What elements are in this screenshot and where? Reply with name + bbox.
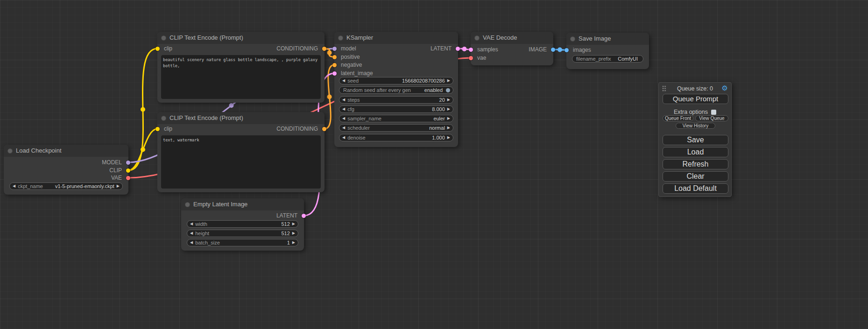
queue-menu-panel[interactable]: Queue size: 0 ⚙ Queue Prompt Extra optio… [658, 82, 732, 197]
widget-sampler-name[interactable]: ◀ sampler_name euler ▶ [339, 115, 453, 122]
collapse-dot-icon[interactable] [185, 203, 190, 207]
output-dot-latent[interactable] [302, 214, 306, 218]
decrement-arrow-icon[interactable]: ◀ [342, 107, 345, 111]
link-midpoint-dot-ksampler-latent-to-vae-decode[interactable] [462, 47, 467, 51]
collapse-dot-icon[interactable] [162, 116, 166, 120]
queue-prompt-button[interactable]: Queue Prompt [663, 94, 728, 104]
widget-seed[interactable]: ◀ seed 156680208700286 ▶ [339, 77, 453, 84]
widget-label: height [195, 231, 209, 236]
input-dot-clip[interactable] [155, 127, 160, 131]
node-title-bar[interactable]: CLIP Text Encode (Prompt) [157, 32, 325, 44]
link-clip-to-positive-prompt[interactable] [128, 49, 157, 170]
widget-steps[interactable]: ◀ steps 20 ▶ [339, 96, 453, 104]
output-dot-conditioning[interactable] [322, 47, 326, 51]
increment-arrow-icon[interactable]: ▶ [447, 136, 450, 140]
link-midpoint-dot-image-to-save-image[interactable] [557, 48, 562, 52]
queue-front-button[interactable]: Queue Front [663, 115, 693, 121]
widget-batch-size[interactable]: ◀ batch_size 1 ▶ [187, 239, 298, 246]
collapse-dot-icon[interactable] [571, 37, 575, 41]
load-button[interactable]: Load [663, 147, 728, 157]
graph-canvas[interactable]: Load Checkpoint MODEL CLIP VAE ◀ ckpt_na… [0, 0, 868, 329]
input-dot-clip[interactable] [155, 47, 160, 51]
link-midpoint-dot-negative-conditioning-to-ksampler[interactable] [327, 95, 332, 99]
decrement-arrow-icon[interactable]: ◀ [190, 241, 193, 245]
node-title-bar[interactable]: KSampler [334, 32, 458, 44]
collapse-dot-icon[interactable] [8, 149, 12, 153]
increment-arrow-icon[interactable]: ▶ [447, 107, 450, 111]
output-dot-vae[interactable] [126, 176, 130, 180]
link-midpoint-dot-clip-to-positive-prompt[interactable] [141, 107, 145, 112]
node-title-bar[interactable]: Empty Latent Image [181, 198, 304, 210]
toggle-icon[interactable] [446, 88, 450, 92]
widget-width[interactable]: ◀ width 512 ▶ [187, 220, 298, 228]
node-title-bar[interactable]: VAE Decode [471, 32, 553, 44]
refresh-button[interactable]: Refresh [663, 159, 728, 169]
prev-arrow-icon[interactable]: ◀ [13, 184, 15, 188]
view-queue-button[interactable]: View Queue [695, 115, 728, 121]
node-title-bar[interactable]: Load Checkpoint [4, 145, 128, 157]
node-title-bar[interactable]: CLIP Text Encode (Prompt) [157, 112, 325, 124]
node-ksampler[interactable]: KSampler model positive negative latent_… [334, 32, 458, 147]
extra-options-checkbox[interactable] [711, 110, 716, 115]
widget-height[interactable]: ◀ height 512 ▶ [187, 230, 298, 237]
collapse-dot-icon[interactable] [339, 36, 343, 40]
output-dot-conditioning[interactable] [322, 127, 326, 131]
input-dot-vae[interactable] [469, 56, 473, 60]
next-arrow-icon[interactable]: ▶ [117, 184, 120, 188]
next-arrow-icon[interactable]: ▶ [447, 117, 450, 120]
increment-arrow-icon[interactable]: ▶ [292, 241, 295, 245]
node-title: Empty Latent Image [193, 201, 247, 208]
decrement-arrow-icon[interactable]: ◀ [342, 79, 345, 83]
input-dot-images[interactable] [565, 48, 569, 52]
queue-size-label: Queue size: 0 [659, 85, 731, 92]
widget-value: ComfyUI [618, 56, 638, 62]
widget-ckpt-name[interactable]: ◀ ckpt_name v1-5-pruned-emaonly.ckpt ▶ [9, 182, 123, 190]
link-midpoint-dot-model-to-ksampler[interactable] [229, 103, 234, 108]
collapse-dot-icon[interactable] [162, 36, 166, 40]
node-title-bar[interactable]: Save Image [566, 33, 649, 45]
link-midpoint-dot-clip-to-negative-prompt[interactable] [141, 147, 145, 152]
increment-arrow-icon[interactable]: ▶ [292, 231, 295, 235]
input-dot-latent-image[interactable] [332, 71, 337, 76]
link-midpoint-dot-positive-conditioning-to-ksampler[interactable] [327, 50, 332, 55]
input-dot-samples[interactable] [469, 48, 473, 52]
prompt-textarea[interactable]: beautiful scenery nature glass bottle la… [161, 55, 321, 99]
input-dot-positive[interactable] [332, 55, 337, 59]
input-dot-negative[interactable] [332, 63, 337, 67]
output-dot-image[interactable] [551, 48, 555, 52]
widget-denoise[interactable]: ◀ denoise 1.000 ▶ [339, 134, 453, 141]
settings-gear-icon[interactable]: ⚙ [722, 84, 728, 92]
widget-filename-prefix[interactable]: filename_prefix ComfyUI [572, 55, 643, 63]
clear-button[interactable]: Clear [663, 171, 728, 182]
prev-arrow-icon[interactable]: ◀ [342, 126, 345, 130]
view-history-button[interactable]: View History [676, 123, 715, 129]
link-clip-to-negative-prompt[interactable] [128, 129, 157, 170]
decrement-arrow-icon[interactable]: ◀ [342, 98, 345, 102]
node-clip-text-encode-positive[interactable]: CLIP Text Encode (Prompt) clip CONDITION… [157, 32, 325, 103]
output-dot-latent[interactable] [456, 47, 460, 51]
decrement-arrow-icon[interactable]: ◀ [190, 231, 193, 235]
increment-arrow-icon[interactable]: ▶ [292, 222, 295, 226]
next-arrow-icon[interactable]: ▶ [447, 126, 450, 130]
decrement-arrow-icon[interactable]: ◀ [190, 222, 193, 226]
node-save-image[interactable]: Save Image images filename_prefix ComfyU… [566, 33, 649, 69]
widget-cfg[interactable]: ◀ cfg 8.000 ▶ [339, 105, 453, 113]
input-dot-model[interactable] [332, 47, 337, 51]
prompt-textarea[interactable]: text, watermark [161, 135, 321, 189]
increment-arrow-icon[interactable]: ▶ [447, 98, 450, 102]
node-clip-text-encode-negative[interactable]: CLIP Text Encode (Prompt) clip CONDITION… [157, 112, 325, 192]
decrement-arrow-icon[interactable]: ◀ [342, 136, 345, 140]
load-default-button[interactable]: Load Default [663, 183, 728, 194]
output-dot-clip[interactable] [126, 168, 130, 173]
prev-arrow-icon[interactable]: ◀ [342, 117, 345, 120]
node-vae-decode[interactable]: VAE Decode samples vae IMAGE [471, 32, 553, 65]
widget-random-seed-toggle[interactable]: Random seed after every gen enabled [339, 86, 453, 94]
node-load-checkpoint[interactable]: Load Checkpoint MODEL CLIP VAE ◀ ckpt_na… [4, 145, 128, 195]
save-button[interactable]: Save [663, 135, 728, 145]
slot-label: CLIP [109, 167, 122, 174]
collapse-dot-icon[interactable] [475, 36, 479, 40]
widget-scheduler[interactable]: ◀ scheduler normal ▶ [339, 124, 453, 132]
output-dot-model[interactable] [126, 161, 130, 165]
increment-arrow-icon[interactable]: ▶ [447, 79, 450, 83]
node-empty-latent-image[interactable]: Empty Latent Image LATENT ◀ width 512 ▶ … [181, 198, 304, 251]
